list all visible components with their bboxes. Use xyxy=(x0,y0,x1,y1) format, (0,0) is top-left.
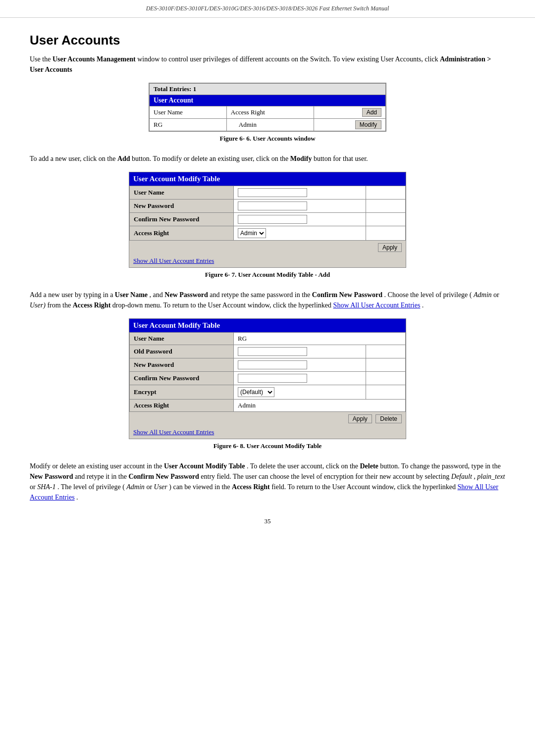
modify-bold: Modify xyxy=(290,155,312,162)
label-accessright: Access Right xyxy=(130,226,234,241)
add-bold: Add xyxy=(117,155,130,162)
row1-username: RG xyxy=(150,119,227,131)
show-all-link-fig7[interactable]: Show All User Account Entries xyxy=(133,257,214,264)
apply-delete-row-fig8: Apply Delete xyxy=(129,412,406,426)
figure8-modify-table: User Name RG Old Password New Password xyxy=(129,332,406,412)
apply-row-fig7: Apply xyxy=(129,241,406,254)
page-number: 35 xyxy=(30,517,505,525)
figure7-table-wrap: User Account Modify Table User Name New … xyxy=(129,172,406,268)
intro-paragraph: Use the User Accounts Management window … xyxy=(30,54,505,75)
label-accessright-f8: Access Right xyxy=(130,400,234,412)
accounts-table: Total Entries: 1 User Account User Name … xyxy=(149,83,386,132)
label-confirm-password: Confirm New Password xyxy=(130,213,234,226)
value-accessright-f8: Admin xyxy=(234,400,406,412)
modify-button[interactable]: Modify xyxy=(355,120,381,129)
add-desc-para: Add a new user by typing in a User Name … xyxy=(30,290,505,310)
figure7-table-header: User Account Modify Table xyxy=(129,172,406,186)
user-account-section-header: User Account xyxy=(150,95,386,106)
figure8-table-header: User Account Modify Table xyxy=(129,319,406,332)
old-password-input[interactable] xyxy=(238,347,307,356)
figure8-caption: Figure 6- 8. User Account Modify Table xyxy=(214,442,322,450)
apply-button-fig8[interactable]: Apply xyxy=(348,414,372,423)
label-oldpassword-f8: Old Password xyxy=(130,345,234,358)
label-username-f8: User Name xyxy=(130,333,234,345)
figure8-table-wrap: User Account Modify Table User Name RG O… xyxy=(129,318,406,439)
modify-btn-cell: Modify xyxy=(314,119,386,131)
show-all-link-fig8[interactable]: Show All User Account Entries xyxy=(133,428,214,436)
intro-bold1: User Accounts Management xyxy=(53,55,136,63)
header-text: DES-3010F/DES-3010FL/DES-3010G/DES-3016/… xyxy=(146,5,389,12)
table-row: Access Right Admin User xyxy=(130,226,406,241)
add-button[interactable]: Add xyxy=(362,108,381,117)
figure7-container: User Account Modify Table User Name New … xyxy=(30,172,505,281)
input-newpassword-cell-f8 xyxy=(234,358,366,372)
figure6-container: Total Entries: 1 User Account User Name … xyxy=(30,83,505,145)
label-confirm-f8: Confirm New Password xyxy=(130,372,234,385)
confirm-password-input-f8[interactable] xyxy=(238,374,307,383)
figure7-modify-table: User Name New Password Confirm New Passw… xyxy=(129,186,406,241)
label-newpassword-f8: New Password xyxy=(130,358,234,372)
modify-desc-para: Modify or delete an existing user accoun… xyxy=(30,461,505,503)
apply-button-fig7[interactable]: Apply xyxy=(378,243,402,252)
table-row: New Password xyxy=(130,358,406,372)
figure8-container: User Account Modify Table User Name RG O… xyxy=(30,318,505,452)
col-username: User Name xyxy=(150,106,227,119)
label-newpassword: New Password xyxy=(130,200,234,213)
table-row: Old Password xyxy=(130,345,406,358)
input-oldpassword-cell-f8 xyxy=(234,345,366,358)
add-modify-para: To add a new user, click on the Add butt… xyxy=(30,153,505,164)
input-newpassword-cell xyxy=(234,200,366,213)
table-row: New Password xyxy=(130,200,406,213)
page-header: DES-3010F/DES-3010FL/DES-3010G/DES-3016/… xyxy=(0,0,535,18)
link-row-fig8: Show All User Account Entries xyxy=(129,426,406,439)
new-password-input-f8[interactable] xyxy=(238,360,307,369)
total-entries: Total Entries: 1 xyxy=(150,84,386,95)
input-confirm-password-cell xyxy=(234,213,366,226)
col-accessright: Access Right xyxy=(226,106,314,119)
label-encrypt-f8: Encrypt xyxy=(130,385,234,400)
add-btn-cell: Add xyxy=(314,106,386,119)
new-password-input[interactable] xyxy=(238,202,307,210)
delete-button-fig8[interactable]: Delete xyxy=(375,414,402,423)
input-confirm-cell-f8 xyxy=(234,372,366,385)
table-row: Access Right Admin xyxy=(130,400,406,412)
username-input[interactable] xyxy=(238,188,307,197)
select-encrypt-cell-f8: (Default) plain_text SHA-1 xyxy=(234,385,366,400)
row1-accessright: Admin xyxy=(226,119,314,131)
encrypt-select[interactable]: (Default) plain_text SHA-1 xyxy=(238,387,274,397)
table-row: User Name RG xyxy=(130,333,406,345)
table-row: User Name xyxy=(130,186,406,200)
value-username-f8: RG xyxy=(234,333,406,345)
table-row: Confirm New Password xyxy=(130,372,406,385)
figure6-caption: Figure 6- 6. User Accounts window xyxy=(219,135,315,143)
select-accessright-cell: Admin User xyxy=(234,226,366,241)
input-username-cell xyxy=(234,186,366,200)
access-right-select[interactable]: Admin User xyxy=(238,228,266,238)
confirm-password-input[interactable] xyxy=(238,215,307,224)
figure7-caption: Figure 6- 7. User Account Modify Table -… xyxy=(205,271,330,279)
show-all-link-para2[interactable]: Show All User Account Entries xyxy=(333,302,421,309)
table-row: Encrypt (Default) plain_text SHA-1 xyxy=(130,385,406,400)
page-title: User Accounts xyxy=(30,33,505,48)
label-username: User Name xyxy=(130,186,234,200)
link-row-fig7: Show All User Account Entries xyxy=(129,254,406,267)
table-row: Confirm New Password xyxy=(130,213,406,226)
